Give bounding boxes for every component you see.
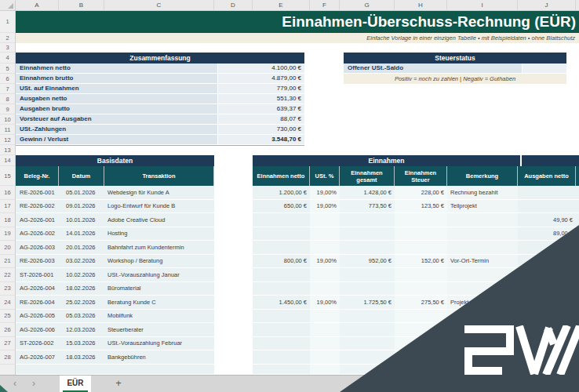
row-number-14[interactable]: 14 <box>0 155 15 166</box>
summary-row-label[interactable]: Ausgaben brutto <box>16 104 217 114</box>
data-cell[interactable]: 1.450,00 € <box>253 296 310 310</box>
data-cell[interactable] <box>253 323 310 337</box>
data-cell[interactable]: USt.-Vorauszahlung Februar <box>104 337 214 351</box>
row-number-26[interactable]: 26 <box>0 323 15 337</box>
data-cell[interactable] <box>340 213 395 227</box>
data-cell[interactable] <box>214 268 253 282</box>
row-number-15[interactable]: 15 <box>0 166 15 186</box>
summary-row-value[interactable]: 4.879,00 € <box>217 74 304 83</box>
data-cell[interactable] <box>16 365 59 376</box>
data-cell[interactable]: AG-2026-005 <box>16 310 59 324</box>
data-cell[interactable] <box>576 186 579 200</box>
data-cell[interactable]: Büromaterial <box>104 282 214 296</box>
data-cell[interactable]: 18.02.2026 <box>59 282 104 296</box>
data-cell[interactable] <box>395 268 447 282</box>
data-cell[interactable] <box>214 350 253 365</box>
summary-row-value[interactable]: 730,00 € <box>217 125 304 134</box>
data-cell[interactable] <box>253 365 310 376</box>
row-number-17[interactable]: 17 <box>0 200 15 214</box>
row-number-24[interactable]: 24 <box>0 296 15 310</box>
data-cell[interactable] <box>518 186 576 200</box>
summary-row-value[interactable]: 639,37 € <box>217 104 304 114</box>
data-cell[interactable]: Workshop / Beratung <box>104 255 214 269</box>
data-cell[interactable] <box>310 241 340 255</box>
data-cell[interactable]: Bankgebühren <box>104 350 214 365</box>
data-cell[interactable]: Adobe Creative Cloud <box>104 213 214 227</box>
data-cell[interactable]: 10.02.2026 <box>59 268 104 282</box>
data-cell[interactable]: RE-2026-001 <box>16 186 59 200</box>
column-header[interactable]: Ausgaben netto <box>518 166 576 186</box>
data-cell[interactable] <box>310 365 340 376</box>
data-cell[interactable] <box>576 213 579 227</box>
data-cell[interactable] <box>310 268 340 282</box>
data-cell[interactable]: Logo-Entwurf für Kunde B <box>104 200 214 214</box>
summary-row-value[interactable]: 3.548,70 € <box>217 135 304 144</box>
data-cell[interactable] <box>253 337 310 351</box>
column-letter-G[interactable]: G <box>340 0 395 10</box>
summary-row-value[interactable]: 779,00 € <box>217 84 304 93</box>
data-cell[interactable] <box>447 227 518 241</box>
data-cell[interactable]: USt.-Vorauszahlung Januar <box>104 268 214 282</box>
data-cell[interactable]: 19,00% <box>310 200 340 214</box>
data-cell[interactable]: 49,90 € <box>518 213 576 227</box>
row-number-16[interactable]: 16 <box>0 186 15 200</box>
data-cell[interactable]: 1.200,00 € <box>253 186 310 200</box>
data-cell[interactable] <box>340 323 395 337</box>
data-cell[interactable]: 19,00% <box>310 186 340 200</box>
data-cell[interactable]: AG-2026-001 <box>16 213 59 227</box>
data-cell[interactable]: Webdesign für Kunde A <box>104 186 214 200</box>
row-number-13[interactable]: 13 <box>0 145 15 155</box>
next-sheet-button[interactable]: › <box>28 376 39 392</box>
summary-row-label[interactable]: Einnahmen brutto <box>16 74 217 83</box>
data-cell[interactable]: 25.02.2026 <box>59 296 104 310</box>
data-cell[interactable]: 19,00% <box>310 296 340 310</box>
data-cell[interactable] <box>214 200 253 214</box>
data-cell[interactable]: Beratung Kunde C <box>104 296 214 310</box>
data-cell[interactable]: AG-2026-007 <box>16 350 59 365</box>
data-cell[interactable] <box>340 227 395 241</box>
data-cell[interactable] <box>104 365 214 376</box>
data-cell[interactable]: 19,00% <box>310 255 340 269</box>
data-cell[interactable]: AG-2026-003 <box>16 241 59 255</box>
data-cell[interactable]: RE-2026-003 <box>16 255 59 269</box>
tax-status-header[interactable]: Steuerstatus <box>344 53 566 64</box>
select-all-corner[interactable] <box>0 0 16 10</box>
data-cell[interactable] <box>214 296 253 310</box>
row-number-20[interactable]: 20 <box>0 241 15 255</box>
data-cell[interactable] <box>518 200 576 214</box>
data-cell[interactable]: Hosting <box>104 227 214 241</box>
summary-row-value[interactable]: 4.100,00 € <box>217 64 304 73</box>
column-header[interactable]: USt. % <box>310 166 340 186</box>
summary-row-value[interactable]: 551,30 € <box>217 94 304 103</box>
column-letter-I[interactable]: I <box>447 0 518 10</box>
summary-row-label[interactable]: Gewinn / Verlust <box>16 135 217 144</box>
data-cell[interactable] <box>395 241 447 255</box>
data-cell[interactable]: ST-2026-002 <box>16 337 59 351</box>
data-cell[interactable]: Steuerberater <box>104 323 214 337</box>
row-number-6[interactable]: 6 <box>0 74 15 84</box>
data-cell[interactable] <box>253 310 310 324</box>
group-header-einnahmen[interactable]: Einnahmen <box>253 155 520 166</box>
data-cell[interactable]: 123,50 € <box>395 200 447 214</box>
summary-row-label[interactable]: USt.-Zahlungen <box>16 125 217 134</box>
tax-status-label[interactable]: Offener USt.-Saldo <box>344 64 522 73</box>
summary-row-label[interactable]: Einnahmen netto <box>16 64 217 73</box>
data-cell[interactable]: RE-2026-004 <box>16 296 59 310</box>
data-cell[interactable]: 952,00 € <box>340 255 395 269</box>
row-number-21[interactable]: 21 <box>0 255 15 269</box>
row-number-10[interactable]: 10 <box>0 114 15 125</box>
data-cell[interactable]: Rechnung bezahlt <box>447 186 518 200</box>
data-cell[interactable]: 12.03.2026 <box>59 323 104 337</box>
data-cell[interactable]: 09.01.2026 <box>59 200 104 214</box>
data-cell[interactable] <box>395 227 447 241</box>
data-cell[interactable] <box>340 310 395 324</box>
row-number-4[interactable]: 4 <box>0 53 15 64</box>
summary-row-label[interactable]: Vorsteuer auf Ausgaben <box>16 114 217 124</box>
data-cell[interactable] <box>214 323 253 337</box>
data-cell[interactable]: 800,00 € <box>253 255 310 269</box>
data-cell[interactable] <box>214 213 253 227</box>
row-number-28[interactable]: 28 <box>0 350 15 365</box>
data-cell[interactable]: 05.03.2026 <box>59 310 104 324</box>
data-cell[interactable]: AG-2026-006 <box>16 323 59 337</box>
data-cell[interactable] <box>340 268 395 282</box>
